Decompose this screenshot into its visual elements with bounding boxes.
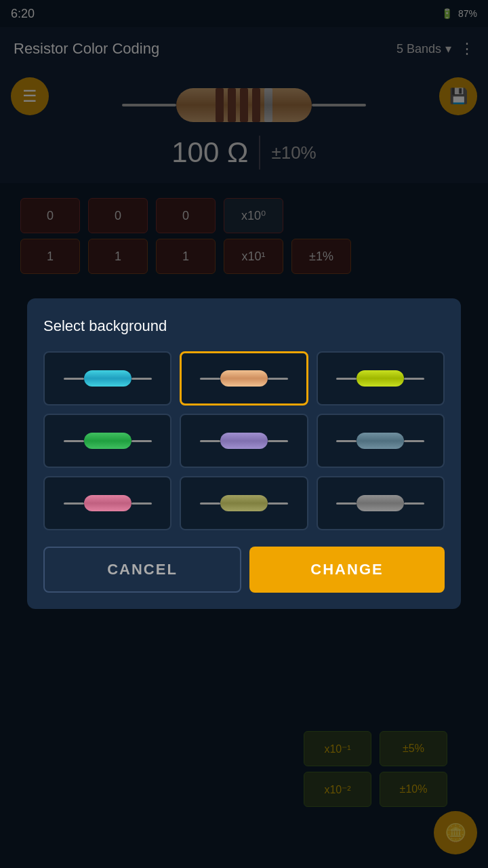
dialog-buttons: CANCEL CHANGE bbox=[43, 547, 445, 593]
bg-option-green[interactable] bbox=[43, 414, 171, 468]
bg-option-lavender[interactable] bbox=[180, 414, 308, 468]
dialog-title: Select background bbox=[43, 317, 445, 335]
bg-option-yellow-green[interactable] bbox=[317, 351, 445, 406]
bg-option-slate[interactable] bbox=[317, 414, 445, 468]
cancel-button[interactable]: CANCEL bbox=[43, 547, 241, 593]
bg-option-cyan[interactable] bbox=[43, 351, 171, 406]
bg-option-peach[interactable] bbox=[180, 351, 308, 406]
dialog-overlay: Select background bbox=[0, 0, 488, 868]
mini-resistor-lavender bbox=[200, 433, 288, 449]
mini-resistor-khaki bbox=[200, 495, 288, 511]
mini-resistor-green bbox=[64, 433, 152, 449]
mini-resistor-cyan bbox=[64, 370, 152, 387]
background-options-grid bbox=[43, 351, 445, 530]
change-button[interactable]: CHANGE bbox=[249, 547, 445, 593]
mini-resistor-yellow-green bbox=[336, 370, 424, 387]
mini-resistor-slate bbox=[336, 433, 424, 449]
mini-resistor-pink bbox=[64, 495, 152, 511]
mini-resistor-gray bbox=[336, 495, 424, 511]
select-background-dialog: Select background bbox=[27, 298, 461, 609]
bg-option-gray[interactable] bbox=[317, 476, 445, 530]
bg-option-khaki[interactable] bbox=[180, 476, 308, 530]
bg-option-pink[interactable] bbox=[43, 476, 171, 530]
mini-resistor-peach bbox=[200, 370, 288, 387]
